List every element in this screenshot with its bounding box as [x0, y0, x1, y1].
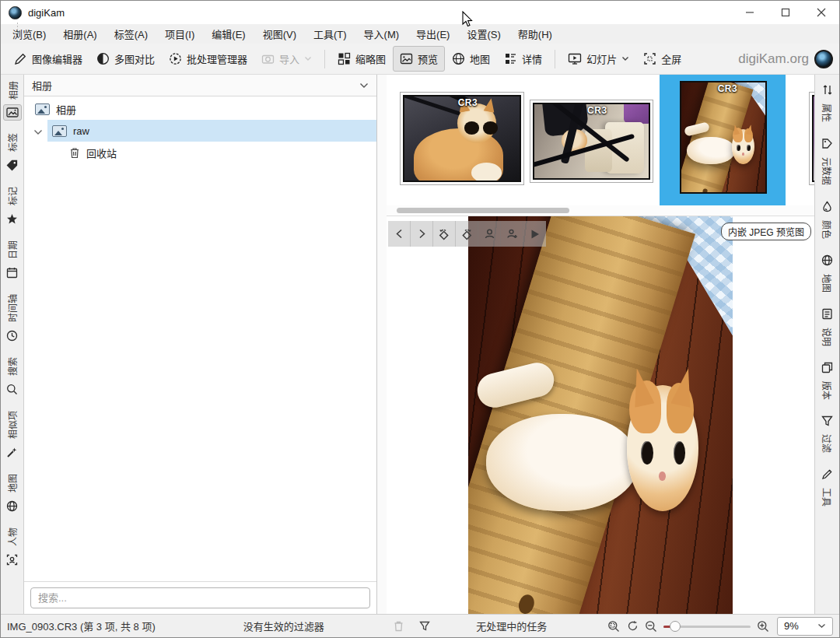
star-icon [3, 210, 21, 228]
zoom-out-button[interactable] [642, 620, 660, 633]
menu-import[interactable]: 导入(M) [355, 24, 408, 44]
sidebar-tab-dates[interactable]: 日期 [3, 240, 21, 282]
calendar-icon [3, 264, 21, 282]
thumbnail-scrollbar[interactable] [387, 205, 814, 216]
sidebar-tab-tools[interactable]: 工具 [818, 465, 836, 507]
sliders-icon [819, 81, 836, 99]
filter-funnel-icon[interactable] [415, 621, 434, 631]
funnel-icon [818, 412, 836, 429]
slideshow-icon [568, 52, 582, 65]
sidebar-tab-label: 过滤 [821, 434, 834, 453]
menu-tools[interactable]: 工具(T) [305, 24, 355, 44]
menu-album[interactable]: 相册(A) [54, 24, 105, 44]
zoom-value: 9% [784, 620, 799, 632]
tree-label: 相册 [56, 102, 76, 117]
sidebar-tab-label: 相似项 [5, 411, 19, 439]
add-face-tag-button[interactable] [501, 221, 523, 247]
fullscreen-button[interactable]: 全屏 [636, 46, 688, 72]
play-icon [530, 229, 541, 240]
menu-help[interactable]: 帮助(H) [509, 24, 561, 44]
zoom-fit-button[interactable] [604, 620, 623, 633]
preview-view-button[interactable]: 预览 [393, 46, 445, 72]
sidebar-tab-timeline[interactable]: 时间轴 [3, 294, 21, 345]
slideshow-button[interactable]: 幻灯片 [561, 46, 636, 72]
globe-icon [818, 251, 836, 269]
preview-image[interactable] [468, 216, 733, 614]
image-editor-button[interactable]: 图像编辑器 [7, 46, 89, 72]
thumbnail-photo: CR3 [533, 103, 650, 180]
menu-settings[interactable]: 设置(S) [458, 24, 509, 44]
sidebar-tab-tags[interactable]: 标签 [3, 133, 21, 174]
zoom-slider[interactable] [663, 621, 751, 632]
show-face-tags-button[interactable] [478, 221, 501, 247]
minimize-button[interactable] [732, 1, 768, 24]
menu-tag[interactable]: 标签(A) [106, 24, 156, 44]
tree-label: raw [73, 125, 89, 137]
sidebar-tab-labels[interactable]: 标记 [3, 187, 21, 228]
sidebar-tab-label: 人物 [5, 528, 19, 546]
sidebar-tab-metadata[interactable]: 元数据 [818, 135, 836, 185]
format-badge: CR3 [587, 105, 607, 116]
batch-queue-button[interactable]: 批处理管理器 [162, 46, 254, 72]
thumbnail-item-4-partial[interactable] [809, 92, 814, 185]
menu-edit[interactable]: 编辑(E) [203, 24, 254, 44]
menu-browse[interactable]: 浏览(B) [4, 24, 54, 44]
albums-icon [3, 104, 22, 121]
sidebar-tab-colors[interactable]: 颜色 [818, 198, 836, 239]
tree-row-raw[interactable]: raw [24, 120, 376, 142]
sidebar-tab-versions[interactable]: 版本 [818, 359, 836, 400]
sidebar-tab-map[interactable]: 地图 [3, 474, 21, 515]
next-image-button[interactable] [411, 221, 433, 247]
sidebar-tab-label: 搜索 [5, 357, 19, 376]
close-button[interactable] [803, 1, 839, 24]
zoom-slider-handle[interactable] [670, 621, 681, 632]
sidebar-tab-label: 版本 [821, 381, 834, 400]
tree-row-trash[interactable]: 回收站 [24, 142, 376, 163]
album-panel-header[interactable]: 相册 [24, 75, 376, 96]
sidebar-tab-people[interactable]: 人物 [3, 528, 21, 569]
thumbnail-item-3-selected[interactable]: CR3 [660, 75, 786, 205]
grid-icon [338, 52, 351, 65]
scrollbar-thumb[interactable] [397, 208, 569, 213]
brand-area: digiKam.org [738, 50, 833, 68]
menubar: 浏览(B) 相册(A) 标签(A) 项目(I) 编辑(E) 视图(V) 工具(T… [1, 24, 839, 44]
zoom-in-button[interactable] [754, 620, 772, 633]
light-table-button[interactable]: 多图对比 [89, 46, 162, 72]
sidebar-tab-label: 地图 [5, 474, 19, 493]
thumbnails-view-button[interactable]: 缩略图 [331, 46, 393, 72]
sidebar-tab-properties[interactable]: 属性 [819, 81, 836, 122]
maximize-icon [781, 8, 790, 17]
slideshow-play-button[interactable] [523, 221, 546, 247]
toolbar-separator [555, 50, 555, 68]
rotate-right-button[interactable] [456, 221, 478, 247]
sidebar-tab-captions[interactable]: 说明 [818, 305, 836, 346]
menu-view[interactable]: 视图(V) [254, 24, 305, 44]
menu-export[interactable]: 导出(E) [408, 24, 458, 44]
previous-image-button[interactable] [388, 221, 411, 247]
thumbnail-item-2[interactable]: CR3 [530, 100, 653, 183]
sidebar-tab-albums[interactable]: 相册 [3, 81, 22, 121]
menu-item[interactable]: 项目(I) [156, 24, 203, 44]
panel-splitter[interactable] [377, 75, 387, 614]
tag-icon [3, 156, 21, 174]
sidebar-tab-map-right[interactable]: 地图 [818, 251, 836, 293]
zoom-refresh-button[interactable] [623, 620, 642, 632]
statusbar-filter-status: 没有生效的过滤器 [243, 619, 324, 633]
album-icon [52, 125, 67, 137]
thumbnail-item-1[interactable]: CR3 [400, 92, 524, 185]
zoom-percentage-combobox[interactable]: 9% [777, 617, 833, 636]
map-view-button[interactable]: 地图 [445, 46, 497, 72]
sidebar-tab-similarity[interactable]: 相似项 [3, 411, 21, 461]
sidebar-tab-search[interactable]: 搜索 [3, 357, 21, 398]
sidebar-tab-label: 元数据 [821, 157, 834, 185]
left-sidebar-tabbar: 相册 标签 标记 日期 时间轴 搜索 [1, 75, 24, 614]
rotate-left-button[interactable] [433, 221, 456, 247]
sidebar-tab-label: 时间轴 [5, 294, 19, 322]
details-list-icon [504, 52, 517, 65]
color-icon [818, 198, 836, 216]
sidebar-tab-filters[interactable]: 过滤 [818, 412, 836, 453]
album-search-input[interactable] [30, 587, 370, 608]
tree-row-albums-root[interactable]: 相册 [24, 98, 376, 120]
maximize-button[interactable] [768, 1, 803, 24]
details-view-button[interactable]: 详情 [497, 46, 549, 72]
